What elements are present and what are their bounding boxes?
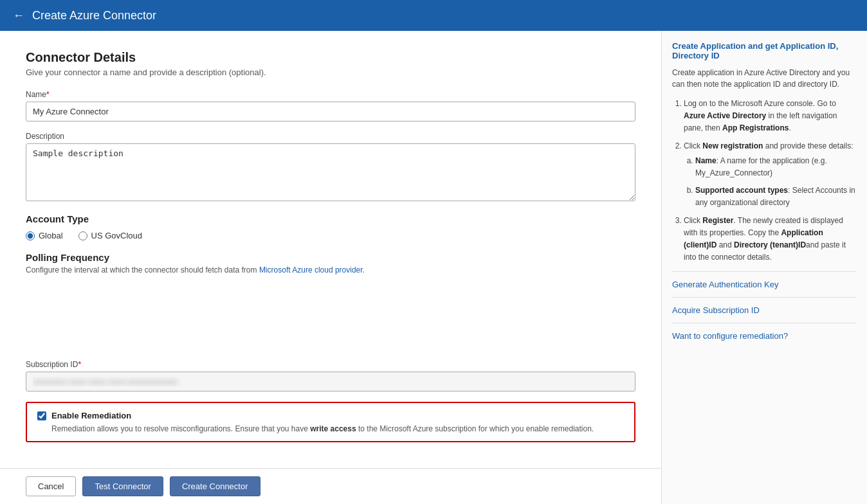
radio-govcloud[interactable]: US GovCloud (78, 231, 142, 240)
account-type-radio-group: Global US GovCloud (26, 231, 635, 240)
page-header: ← Create Azure Connector (0, 0, 867, 31)
description-input[interactable]: Sample description (26, 143, 635, 201)
remediation-checkbox-row: Enable Remediation (37, 411, 624, 420)
name-field-group: Name* (26, 90, 635, 122)
account-type-title: Account Type (26, 213, 635, 224)
subscription-id-label: Subscription ID* (26, 360, 635, 369)
polling-title: Polling Frequency (26, 252, 635, 263)
right-panel-main-link[interactable]: Create Application and get Application I… (672, 41, 857, 60)
right-panel-substep-a: Name: A name for the application (e.g. M… (695, 155, 857, 179)
remediation-checkbox[interactable] (37, 411, 46, 420)
right-panel-main-desc: Create application in Azure Active Direc… (672, 67, 857, 90)
test-connector-button[interactable]: Test Connector (82, 476, 163, 496)
right-divider-1 (672, 271, 857, 272)
right-section-link-remediation[interactable]: Want to configure remediation? (672, 331, 857, 341)
subscription-id-field-group: Subscription ID* (26, 360, 635, 392)
right-panel-steps: Log on to the Microsoft Azure console. G… (672, 98, 857, 264)
right-divider-3 (672, 323, 857, 323)
description-label: Description (26, 132, 635, 141)
section-title: Connector Details (26, 50, 635, 65)
subscription-id-input[interactable] (26, 372, 635, 392)
right-panel-substeps: Name: A name for the application (e.g. M… (684, 155, 857, 210)
remediation-box: Enable Remediation Remediation allows yo… (26, 402, 635, 442)
page-title: Create Azure Connector (32, 9, 156, 22)
left-panel: Connector Details Give your connector a … (0, 31, 661, 504)
subscription-section: Subscription ID* Enable Remediation Reme… (0, 347, 661, 468)
right-section-link-subscription[interactable]: Acquire Subscription ID (672, 305, 857, 315)
polling-desc: Configure the interval at which the conn… (26, 266, 635, 274)
right-panel-step-2: Click New registration and provide these… (684, 140, 857, 210)
polling-frequency-group: Polling Frequency Configure the interval… (26, 252, 635, 274)
footer-buttons: Cancel Test Connector Create Connector (0, 468, 661, 504)
polling-link[interactable]: Microsoft Azure cloud provider (259, 266, 363, 274)
remediation-description: Remediation allows you to resolve miscon… (37, 424, 624, 433)
main-layout: Connector Details Give your connector a … (0, 31, 867, 504)
right-panel: Create Application and get Application I… (661, 31, 867, 504)
right-panel-step-1: Log on to the Microsoft Azure console. G… (684, 98, 857, 135)
right-panel-step-3: Click Register. The newly created is dis… (684, 215, 857, 264)
right-section-link-auth[interactable]: Generate Authentication Key (672, 280, 857, 289)
name-label: Name* (26, 90, 635, 99)
cancel-button[interactable]: Cancel (26, 476, 76, 496)
account-type-group: Account Type Global US GovCloud (26, 213, 635, 240)
create-connector-button[interactable]: Create Connector (170, 476, 260, 496)
back-button[interactable]: ← (13, 9, 24, 22)
form-area: Connector Details Give your connector a … (0, 31, 661, 347)
radio-global[interactable]: Global (26, 231, 63, 240)
right-panel-substep-b: Supported account types: Select Accounts… (695, 184, 857, 209)
name-input[interactable] (26, 102, 635, 122)
right-divider-2 (672, 297, 857, 298)
section-subtitle: Give your connector a name and provide a… (26, 68, 635, 77)
description-field-group: Description Sample description (26, 132, 635, 203)
remediation-label: Enable Remediation (51, 411, 131, 420)
